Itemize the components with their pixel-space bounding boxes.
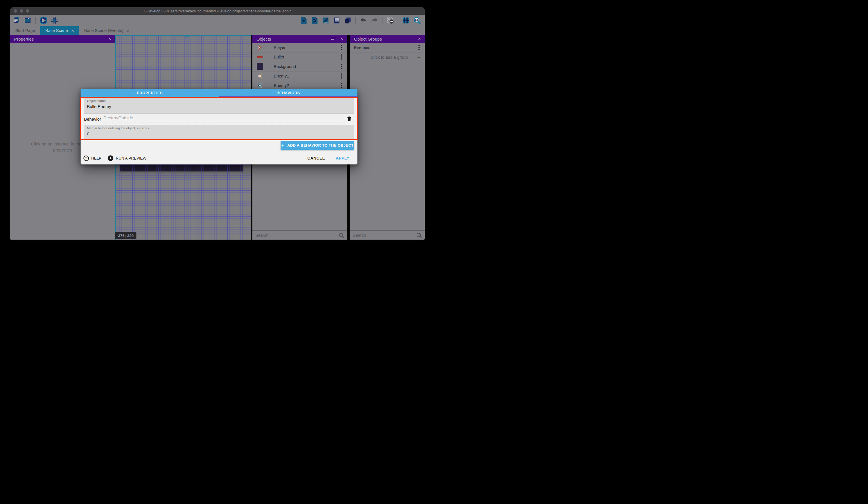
redo-glyph [370, 17, 379, 24]
kebab-menu-icon[interactable] [417, 44, 421, 51]
close-icon[interactable]: × [71, 29, 74, 33]
kebab-menu-icon[interactable] [340, 44, 343, 51]
object-groups-panel-icon[interactable] [311, 16, 319, 25]
help-button[interactable]: ? HELP [83, 155, 101, 161]
preview-play-icon [107, 155, 113, 161]
debug-glyph [50, 16, 59, 25]
plus-icon: + [281, 143, 285, 148]
debug-icon[interactable] [50, 16, 59, 25]
dialog-actions: ? HELP RUN A PREVIEW CANCEL APPLY [81, 154, 358, 162]
undo-icon[interactable] [359, 16, 368, 25]
tab-bar: Start Page Base Scene × Base Scene (Even… [10, 26, 425, 35]
tab-label: Base Scene [45, 28, 68, 33]
objects-panel-header: Objects × [252, 35, 347, 43]
dialog-tab-bar: PROPERTIES BEHAVIORS [81, 89, 358, 97]
run-preview-button[interactable]: RUN A PREVIEW [107, 155, 146, 161]
tab-start-page[interactable]: Start Page [10, 26, 40, 35]
groups-search-bar [350, 230, 425, 240]
object-groups-panel-glyph [311, 17, 319, 24]
zoom-100-glyph: 1:1 [413, 17, 421, 24]
kebab-menu-icon[interactable] [340, 53, 343, 61]
window-title: GDevelop 5 - /Users/dkarakay/Documents/G… [144, 9, 291, 13]
app-window: GDevelop 5 - /Users/dkarakay/Documents/G… [10, 7, 425, 241]
project-manager-icon[interactable] [12, 16, 21, 25]
kebab-menu-icon[interactable] [340, 82, 343, 89]
toggle-grid-icon[interactable] [402, 16, 410, 25]
play-icon[interactable] [39, 16, 48, 25]
properties-panel-glyph [322, 17, 330, 24]
group-row-enemies[interactable]: Enemies [350, 43, 425, 52]
enemy1-object-icon [256, 73, 264, 80]
trash-icon [346, 116, 352, 122]
layers-panel-icon[interactable] [343, 16, 352, 25]
zoom-100-icon[interactable]: 1:1 [413, 16, 421, 25]
dialog-tab-properties[interactable]: PROPERTIES [81, 89, 219, 97]
search-icon [416, 232, 422, 238]
plus-icon[interactable]: + [417, 54, 421, 60]
object-row-bullet[interactable]: Bullet [252, 52, 347, 62]
cancel-button[interactable]: CANCEL [307, 156, 325, 160]
dialog-confirm-buttons: CANCEL APPLY [307, 156, 349, 160]
object-groups-panel: Object Groups × Enemies Click to add a g… [350, 35, 425, 240]
cursor-coordinates-badge: -376;-329 [115, 232, 136, 239]
tab-base-scene-events[interactable]: Base Scene (Events) × [79, 26, 134, 35]
help-icon: ? [83, 155, 89, 161]
close-icon[interactable]: × [108, 36, 111, 41]
delete-behavior-button[interactable] [346, 116, 352, 123]
dialog-body: Object name BulletEnemy Behavior Destroy… [81, 97, 358, 164]
tab-base-scene[interactable]: Base Scene × [40, 26, 79, 35]
close-window-button[interactable] [14, 9, 17, 13]
close-icon[interactable]: × [418, 36, 421, 41]
object-row-background[interactable]: Background [252, 62, 347, 71]
dialog-tab-behaviors[interactable]: BEHAVIORS [219, 89, 358, 97]
object-name: Background [274, 64, 296, 69]
toggle-grid-glyph [402, 17, 410, 24]
apply-button[interactable]: APPLY [336, 156, 349, 160]
object-name: Bullet [274, 55, 284, 59]
object-name: Player [274, 45, 286, 50]
margin-field[interactable]: Margin before deleting the object, in pi… [84, 125, 354, 140]
tab-label: Start Page [15, 28, 35, 33]
object-editor-dialog: PROPERTIES BEHAVIORS Object name BulletE… [81, 89, 358, 164]
objects-search-input[interactable] [255, 233, 339, 238]
add-behavior-button[interactable]: + ADD A BEHAVIOR TO THE OBJECT [281, 141, 354, 150]
add-group-row[interactable]: Click to add a group + [350, 52, 425, 62]
window-glyph [24, 17, 32, 24]
selection-resize-handle[interactable] [185, 35, 189, 37]
behavior-name-input[interactable]: DestroyOutside [103, 115, 344, 122]
objects-search-bar [252, 230, 347, 240]
zoom-window-button[interactable] [26, 9, 29, 13]
instances-list-panel-icon[interactable] [332, 16, 341, 25]
panel-title: Objects [256, 37, 271, 41]
behavior-label: Behavior [84, 117, 101, 122]
add-group-label: Click to add a group [354, 55, 417, 60]
project-manager-glyph [13, 17, 21, 24]
margin-label: Margin before deleting the object, in pi… [87, 127, 351, 130]
close-icon[interactable]: × [340, 36, 343, 41]
objects-panel-glyph [300, 17, 308, 24]
toggle-mask-glyph [386, 17, 394, 24]
close-icon[interactable]: × [127, 29, 130, 33]
window-icon[interactable] [23, 16, 32, 25]
player-object-icon [256, 44, 264, 51]
object-row-enemy1[interactable]: Enemy1 [252, 71, 347, 81]
filter-icon[interactable] [331, 38, 336, 40]
groups-search-input[interactable] [353, 233, 416, 238]
svg-text:1:1: 1:1 [415, 19, 418, 21]
object-name-field[interactable]: Object name BulletEnemy [84, 97, 354, 113]
properties-panel-icon[interactable] [321, 16, 330, 25]
behavior-row: Behavior DestroyOutside [81, 113, 358, 124]
properties-panel-header: Properties × [10, 35, 115, 43]
bullet-object-icon [256, 53, 264, 60]
objects-panel-icon[interactable] [300, 16, 308, 25]
kebab-menu-icon[interactable] [340, 63, 343, 70]
kebab-menu-icon[interactable] [340, 72, 343, 80]
minimize-window-button[interactable] [20, 9, 23, 13]
object-row-player[interactable]: Player [252, 43, 347, 52]
enemy2-object-icon [256, 82, 264, 89]
redo-icon[interactable] [370, 16, 379, 25]
titlebar: GDevelop 5 - /Users/dkarakay/Documents/G… [10, 7, 425, 15]
toolbar-separator [35, 17, 36, 24]
toggle-mask-icon[interactable] [386, 16, 395, 25]
run-preview-label: RUN A PREVIEW [116, 156, 146, 160]
